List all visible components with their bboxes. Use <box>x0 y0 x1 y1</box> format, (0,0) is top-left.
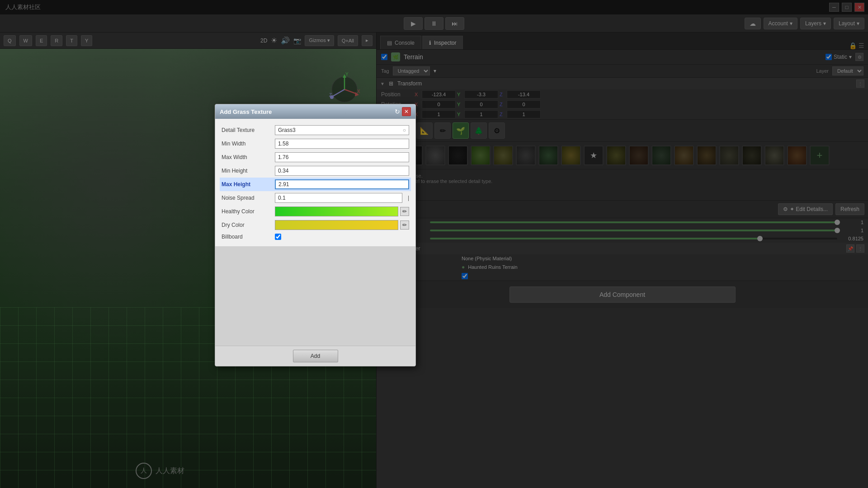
healthy-color-picker-btn[interactable]: ✏ <box>400 207 409 216</box>
max-height-label: Max Height <box>222 181 271 188</box>
healthy-color-label: Healthy Color <box>222 208 271 215</box>
min-width-row: Min Width <box>222 137 409 150</box>
dry-color-picker-btn[interactable]: ✏ <box>400 221 409 230</box>
modal-empty-area <box>215 246 415 346</box>
max-height-row: Max Height <box>220 178 411 191</box>
max-width-input[interactable] <box>275 152 409 162</box>
modal-body: Detail Texture Grass3 ○ Min Width Max Wi… <box>215 119 415 366</box>
min-width-input[interactable] <box>275 139 409 149</box>
healthy-color-swatch[interactable] <box>275 206 398 216</box>
min-width-label: Min Width <box>222 141 271 147</box>
dry-color-field: ✏ <box>275 220 409 230</box>
detail-texture-select[interactable]: Grass3 ○ <box>275 125 409 135</box>
modal-add-button[interactable]: Add <box>293 350 338 362</box>
modal-title-icons: ↻ ✕ <box>395 107 411 116</box>
modal-overlay: Add Grass Texture ↻ ✕ Detail Texture Gra… <box>0 0 868 488</box>
healthy-color-row: Healthy Color ✏ <box>222 205 409 218</box>
billboard-checkbox[interactable] <box>275 234 281 240</box>
modal-title: Add Grass Texture <box>220 108 272 115</box>
min-height-input[interactable] <box>275 166 409 176</box>
billboard-label: Billboard <box>222 234 271 240</box>
detail-texture-row: Detail Texture Grass3 ○ <box>222 123 409 137</box>
detail-texture-label: Detail Texture <box>222 127 271 133</box>
noise-spread-input[interactable] <box>275 193 402 203</box>
min-height-label: Min Height <box>222 168 271 174</box>
max-width-label: Max Width <box>222 154 271 160</box>
modal-refresh-icon: ↻ <box>395 108 400 115</box>
dry-color-label: Dry Color <box>222 222 271 228</box>
dry-color-swatch[interactable] <box>275 220 398 230</box>
noise-spread-label: Noise Spread <box>222 195 271 201</box>
modal-content-area: Detail Texture Grass3 ○ Min Width Max Wi… <box>215 119 415 246</box>
modal-add-label: Add <box>311 353 320 359</box>
healthy-color-field: ✏ <box>275 206 409 216</box>
modal-close-button[interactable]: ✕ <box>402 107 411 116</box>
noise-spread-row: Noise Spread | <box>222 191 409 205</box>
add-grass-texture-dialog: Add Grass Texture ↻ ✕ Detail Texture Gra… <box>215 104 416 366</box>
billboard-row: Billboard <box>222 232 409 242</box>
max-height-input[interactable] <box>275 179 409 189</box>
max-width-row: Max Width <box>222 150 409 164</box>
circle-icon: ○ <box>403 127 406 133</box>
dry-color-row: Dry Color ✏ <box>222 218 409 232</box>
text-cursor-icon: | <box>408 195 409 201</box>
modal-footer: Add <box>215 346 415 366</box>
modal-title-bar: Add Grass Texture ↻ ✕ <box>215 104 415 119</box>
min-height-row: Min Height <box>222 164 409 178</box>
detail-texture-value: Grass3 <box>278 127 296 133</box>
